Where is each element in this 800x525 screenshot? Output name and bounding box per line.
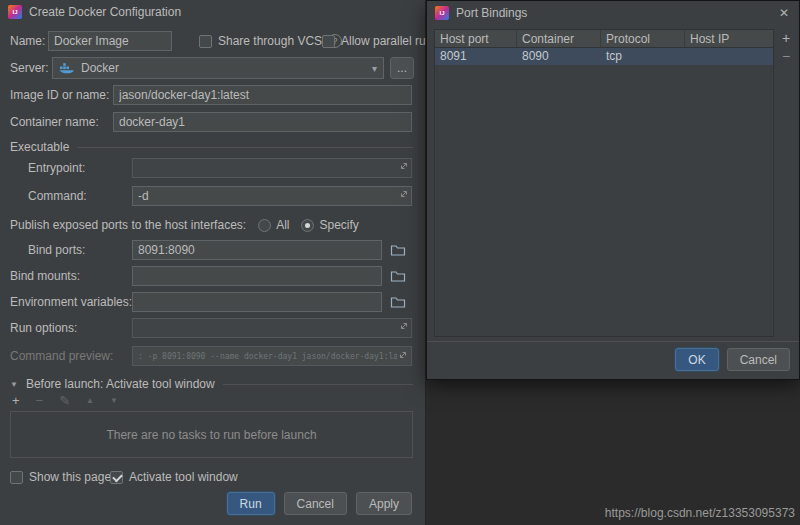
column-header-host-ip[interactable]: Host IP: [685, 30, 773, 47]
share-vcs-option: Share through VCS ?: [199, 31, 342, 51]
intellij-logo-icon: IJ: [8, 5, 22, 19]
share-vcs-checkbox[interactable]: [199, 35, 212, 48]
server-select[interactable]: Docker ▾: [52, 57, 384, 79]
command-input[interactable]: [132, 186, 412, 206]
edit-task-button[interactable]: ✎: [59, 393, 70, 409]
section-divider: [223, 384, 413, 385]
command-label: Command:: [28, 186, 87, 206]
port-bindings-dialog: IJ Port Bindings ✕ Host port Container p…: [426, 0, 800, 380]
screen: IJ Create Docker Configuration Name: Sha…: [0, 0, 800, 525]
env-vars-field-wrap: [132, 292, 382, 312]
bind-mounts-label: Bind mounts:: [10, 266, 80, 286]
chevron-down-icon: ▾: [372, 63, 377, 74]
watermark-text: https://blog.csdn.net/z13353095373: [605, 506, 795, 520]
apply-button[interactable]: Apply: [356, 492, 412, 515]
bind-ports-field-wrap: [132, 240, 382, 260]
remove-row-button[interactable]: −: [782, 49, 790, 64]
show-page-option: Show this page: [10, 467, 111, 487]
executable-section-label: Executable: [10, 140, 69, 154]
browse-folder-icon[interactable]: [390, 269, 406, 283]
collapse-icon[interactable]: ▼: [10, 380, 18, 389]
right-dialog-buttons: OK Cancel: [675, 348, 790, 371]
cell-container-port[interactable]: 8090: [517, 48, 601, 65]
add-row-button[interactable]: +: [782, 31, 790, 46]
close-icon[interactable]: ✕: [777, 6, 791, 20]
publish-ports-label: Publish exposed ports to the host interf…: [10, 218, 246, 232]
expand-icon[interactable]: [397, 349, 409, 361]
docker-icon: [59, 62, 75, 74]
column-header-host-port[interactable]: Host port: [435, 30, 517, 47]
entrypoint-field-wrap: [132, 158, 412, 178]
left-dialog-title: Create Docker Configuration: [29, 5, 181, 19]
left-dialog-buttons: Run Cancel Apply: [227, 492, 412, 515]
image-input[interactable]: [113, 85, 412, 105]
env-vars-label: Environment variables:: [10, 292, 132, 312]
browse-folder-icon[interactable]: [390, 243, 406, 257]
add-task-button[interactable]: +: [12, 393, 20, 409]
activate-tool-window-checkbox[interactable]: [110, 471, 123, 484]
radio-specify[interactable]: [301, 219, 314, 232]
table-side-toolbar: + −: [777, 31, 795, 64]
tasks-empty-list: There are no tasks to run before launch: [10, 411, 413, 458]
command-preview-field: : -p 8091:8090 --name docker-day1 jason/…: [132, 346, 412, 366]
run-options-input[interactable]: [132, 318, 412, 338]
before-launch-label: Before launch: Activate tool window: [26, 377, 215, 391]
run-options-field-wrap: [132, 318, 412, 338]
before-launch-toolbar: + − ✎ ▲ ▼: [12, 393, 118, 409]
expand-icon[interactable]: [398, 188, 410, 200]
run-button[interactable]: Run: [227, 492, 275, 515]
cell-protocol[interactable]: tcp: [601, 48, 685, 65]
ok-button[interactable]: OK: [675, 348, 718, 371]
radio-all-option[interactable]: All: [258, 215, 289, 235]
expand-icon[interactable]: [398, 160, 410, 172]
activate-tool-window-label: Activate tool window: [129, 470, 238, 484]
run-options-label: Run options:: [10, 318, 77, 338]
activate-tool-window-option: Activate tool window: [110, 467, 238, 487]
before-launch-section-header[interactable]: ▼ Before launch: Activate tool window: [10, 374, 413, 394]
section-divider: [77, 147, 413, 148]
browse-folder-icon[interactable]: [390, 295, 406, 309]
allow-parallel-option: Allow parallel run: [322, 31, 432, 51]
radio-specify-option[interactable]: Specify: [301, 215, 358, 235]
container-name-input[interactable]: [113, 112, 412, 132]
command-preview-label: Command preview:: [10, 346, 113, 366]
image-label: Image ID or name:: [10, 85, 109, 105]
cancel-button[interactable]: Cancel: [284, 492, 347, 515]
bind-ports-input[interactable]: [132, 240, 382, 260]
entrypoint-label: Entrypoint:: [28, 158, 85, 178]
publish-ports-row: Publish exposed ports to the host interf…: [10, 215, 359, 235]
cell-host-port[interactable]: 8091: [435, 48, 517, 65]
command-field-wrap: [132, 186, 412, 206]
move-up-button[interactable]: ▲: [86, 393, 94, 409]
server-label: Server:: [10, 58, 49, 78]
executable-section-header: Executable: [10, 137, 413, 157]
env-vars-input[interactable]: [132, 292, 382, 312]
left-dialog-titlebar: IJ Create Docker Configuration: [0, 0, 425, 24]
no-tasks-text: There are no tasks to run before launch: [106, 428, 316, 442]
cell-host-ip[interactable]: [685, 48, 773, 65]
entrypoint-input[interactable]: [132, 158, 412, 178]
remove-task-button[interactable]: −: [36, 393, 44, 409]
bind-mounts-input[interactable]: [132, 266, 382, 286]
show-page-checkbox[interactable]: [10, 471, 23, 484]
right-dialog-title: Port Bindings: [456, 6, 527, 20]
column-header-container-port[interactable]: Container port: [517, 30, 601, 47]
allow-parallel-label: Allow parallel run: [341, 34, 432, 48]
share-vcs-label: Share through VCS: [218, 34, 322, 48]
name-input[interactable]: [48, 31, 172, 51]
column-header-protocol[interactable]: Protocol: [601, 30, 685, 47]
port-bindings-table: Host port Container port Protocol Host I…: [434, 29, 774, 337]
radio-all[interactable]: [258, 219, 271, 232]
create-docker-configuration-dialog: IJ Create Docker Configuration Name: Sha…: [0, 0, 426, 525]
cancel-button[interactable]: Cancel: [727, 348, 790, 371]
command-preview-value: : -p 8091:8090 --name docker-day1 jason/…: [134, 348, 397, 364]
expand-icon[interactable]: [398, 320, 410, 332]
show-page-label: Show this page: [29, 470, 111, 484]
allow-parallel-checkbox[interactable]: [322, 35, 335, 48]
intellij-logo-text: IJ: [439, 10, 444, 16]
table-row[interactable]: 8091 8090 tcp: [435, 48, 773, 65]
buttons-divider: [427, 341, 799, 342]
server-browse-button[interactable]: ...: [390, 57, 414, 79]
move-down-button[interactable]: ▼: [110, 393, 118, 409]
container-name-label: Container name:: [10, 112, 99, 132]
